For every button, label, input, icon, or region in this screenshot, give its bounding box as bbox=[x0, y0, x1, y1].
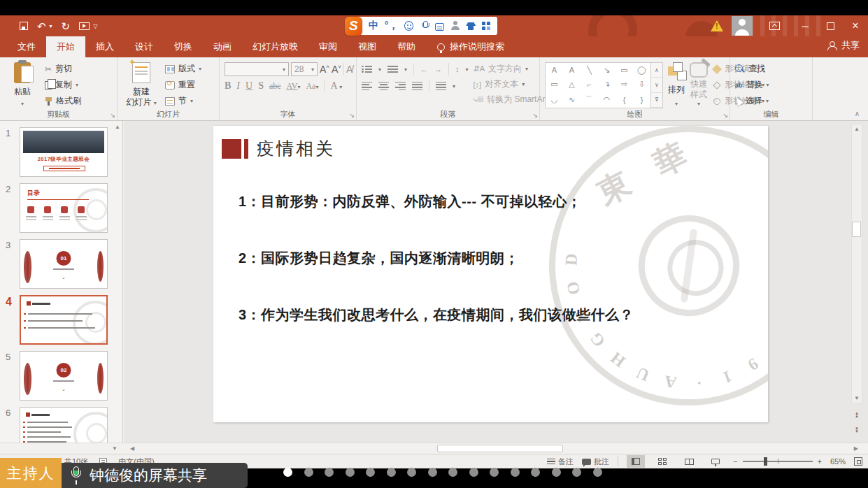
slide-body-text[interactable]: 1：目前形势：内防反弹、外防输入--- 不可掉以轻心；2：国际形势日趋复杂，国内… bbox=[239, 192, 728, 362]
undo-icon[interactable]: ↶ bbox=[37, 21, 46, 31]
find-button[interactable]: 查找 bbox=[735, 62, 769, 76]
slide-thumbnail-4[interactable] bbox=[20, 295, 108, 345]
zoom-slider[interactable] bbox=[743, 461, 813, 462]
gallery-up-icon[interactable]: ∧ bbox=[651, 63, 662, 78]
paragraph-dialog-launcher[interactable]: ↘ bbox=[532, 113, 538, 119]
slide-thumbnail-3[interactable]: 01 ⌄ bbox=[20, 239, 108, 289]
participant-dot[interactable] bbox=[283, 468, 292, 477]
section-button[interactable]: 节 ▾ bbox=[165, 94, 201, 108]
ime-account-icon[interactable] bbox=[450, 21, 460, 31]
current-slide[interactable]: 東華 DONGHUA·19 疫情相关 1：目前形势：内防反弹、外防输入--- 不… bbox=[213, 126, 768, 422]
thumbnail-row-2[interactable]: 2 目录 bbox=[0, 183, 117, 233]
grow-font-button[interactable]: A˄ bbox=[320, 64, 329, 75]
ribbon-tab[interactable]: 设计 bbox=[124, 36, 164, 57]
zoom-in-button[interactable]: + bbox=[818, 457, 822, 466]
zoom-percentage[interactable]: 65% bbox=[830, 457, 846, 466]
share-button[interactable]: 共享 bbox=[827, 39, 860, 52]
font-name-combobox[interactable]: ▾ bbox=[225, 62, 289, 76]
decrease-indent-icon[interactable]: ← bbox=[420, 65, 428, 73]
minimize-button[interactable]: ─ bbox=[792, 15, 818, 36]
thumbnail-row-3[interactable]: 3 01 ⌄ bbox=[0, 239, 117, 289]
gallery-more-icon[interactable]: ⊽ bbox=[651, 93, 662, 108]
shape-cell[interactable]: ⌒ bbox=[585, 94, 593, 105]
panel-scroll-down-icon[interactable]: ▼ bbox=[112, 445, 118, 452]
shape-cell[interactable]: ▭ bbox=[620, 66, 627, 75]
scroll-down-icon[interactable]: ▼ bbox=[851, 395, 862, 401]
shape-cell[interactable]: ∿ bbox=[569, 95, 575, 104]
align-right-button[interactable] bbox=[395, 82, 406, 91]
shape-cell[interactable]: ↴ bbox=[604, 80, 610, 89]
character-spacing-button[interactable]: AV▾ bbox=[287, 81, 301, 92]
participant-dot[interactable] bbox=[428, 468, 437, 477]
shape-cell[interactable]: ↘ bbox=[604, 66, 610, 75]
shape-cell[interactable]: ◯ bbox=[637, 66, 646, 75]
format-painter-button[interactable]: 格式刷 bbox=[45, 94, 81, 108]
font-dialog-launcher[interactable]: ↘ bbox=[349, 113, 355, 119]
panel-scroll-up-icon[interactable]: ▲ bbox=[115, 124, 120, 130]
vertical-scroll-thumb[interactable] bbox=[852, 222, 861, 237]
shapes-gallery[interactable]: AA╲↘▭◯▭△⌐↴⇨⇩◡∿⌒◠{} bbox=[545, 62, 651, 108]
paste-button[interactable]: 粘贴 ▾ bbox=[5, 61, 40, 109]
slide-thumbnail-6[interactable] bbox=[20, 407, 108, 443]
numbering-button[interactable] bbox=[387, 66, 398, 72]
new-slide-button[interactable]: 新建幻灯片 ▾ bbox=[122, 61, 160, 109]
shape-cell[interactable]: ⇨ bbox=[621, 80, 627, 89]
collapse-ribbon-icon[interactable]: ∧ bbox=[855, 110, 860, 117]
shape-cell[interactable]: { bbox=[623, 96, 626, 104]
ribbon-tab[interactable]: 开始 bbox=[46, 36, 85, 57]
close-button[interactable]: × bbox=[843, 15, 868, 36]
thumbnail-row-1[interactable]: 1 2017级毕业主题班会 bbox=[0, 127, 117, 177]
slideshow-view-button[interactable] bbox=[706, 455, 725, 468]
slide-thumbnail-5[interactable]: 02 ⌄ bbox=[20, 351, 108, 401]
normal-view-button[interactable] bbox=[627, 455, 645, 468]
zoom-out-button[interactable]: − bbox=[733, 457, 737, 466]
arrange-button[interactable]: 排列 ▾ bbox=[668, 61, 685, 109]
participant-dot[interactable] bbox=[448, 468, 457, 477]
shape-cell[interactable]: A bbox=[552, 66, 557, 74]
clipboard-dialog-launcher[interactable]: ↘ bbox=[110, 113, 115, 119]
font-color-button[interactable]: A ▾ bbox=[330, 80, 342, 92]
account-avatar[interactable] bbox=[732, 16, 753, 36]
tell-me-search[interactable]: 操作说明搜索 bbox=[437, 36, 504, 57]
increase-indent-icon[interactable]: → bbox=[434, 65, 442, 73]
thumbnail-row-5[interactable]: 5 02 ⌄ bbox=[0, 351, 117, 401]
select-button[interactable]: 选择 ▾ bbox=[735, 94, 769, 108]
ribbon-tab[interactable]: 幻灯片放映 bbox=[242, 36, 308, 57]
text-shadow-button[interactable]: S bbox=[258, 80, 264, 92]
ime-emoji-icon[interactable] bbox=[404, 21, 413, 31]
bold-button[interactable]: B bbox=[225, 80, 231, 92]
participant-dot[interactable] bbox=[407, 468, 416, 477]
font-size-combobox[interactable]: 28 ▾ bbox=[291, 62, 318, 76]
zoom-slider-handle[interactable] bbox=[764, 457, 767, 466]
shape-cell[interactable]: ▭ bbox=[550, 80, 557, 89]
underline-button[interactable]: U bbox=[246, 80, 252, 92]
scroll-up-icon[interactable]: ▲ bbox=[851, 126, 862, 132]
shape-cell[interactable]: ⌐ bbox=[587, 80, 591, 89]
slide-sorter-view-button[interactable] bbox=[653, 455, 671, 468]
justify-button[interactable] bbox=[412, 82, 422, 91]
ribbon-display-options-icon[interactable] bbox=[769, 22, 780, 30]
shape-cell[interactable]: } bbox=[641, 96, 643, 104]
reading-view-button[interactable] bbox=[680, 455, 698, 468]
copy-button[interactable]: 复制 ▾ bbox=[45, 78, 81, 92]
paste-dropdown-icon[interactable]: ▾ bbox=[21, 101, 24, 108]
participant-dot[interactable] bbox=[511, 468, 520, 477]
comments-button[interactable]: 批注 bbox=[582, 457, 609, 467]
shape-cell[interactable]: △ bbox=[569, 80, 574, 89]
participant-dot[interactable] bbox=[366, 468, 375, 477]
ime-logo[interactable]: S bbox=[345, 17, 362, 36]
ime-keyboard-icon[interactable] bbox=[435, 23, 444, 31]
ime-voice-icon[interactable] bbox=[420, 21, 429, 31]
replace-button[interactable]: ab 替换 ▾ bbox=[735, 78, 769, 92]
participant-dot[interactable] bbox=[325, 468, 334, 477]
shrink-font-button[interactable]: A˅ bbox=[332, 64, 341, 75]
save-icon[interactable] bbox=[20, 22, 28, 30]
ribbon-tab[interactable]: 文件 bbox=[7, 36, 46, 57]
next-slide-button[interactable]: ▼ ▼ bbox=[851, 427, 862, 433]
microphone-icon[interactable] bbox=[71, 466, 82, 485]
strikethrough-button[interactable]: abc bbox=[269, 81, 281, 92]
ime-language-mode[interactable]: 中 bbox=[369, 20, 378, 32]
ribbon-tab[interactable]: 动画 bbox=[203, 36, 242, 57]
ribbon-tab[interactable]: 插入 bbox=[85, 36, 124, 57]
ime-toolbox-icon[interactable] bbox=[481, 21, 490, 31]
